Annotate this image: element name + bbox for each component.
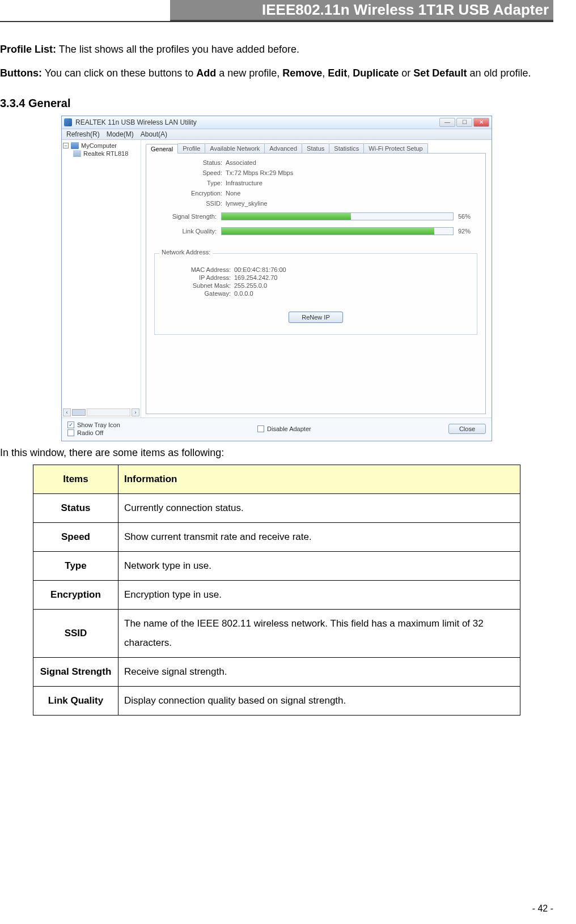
- close-button[interactable]: Close: [448, 424, 486, 434]
- radio-off-checkbox[interactable]: Radio Off: [67, 429, 120, 436]
- renew-ip-button[interactable]: ReNew IP: [289, 312, 343, 323]
- type-value: Infrastructure: [226, 180, 262, 186]
- signal-strength-bar: [221, 212, 454, 220]
- scroll-thumb[interactable]: [72, 409, 86, 416]
- buttons-add: Add: [196, 67, 216, 79]
- scroll-right-icon[interactable]: ›: [132, 408, 139, 416]
- right-pane: General Profile Available Network Advanc…: [141, 140, 492, 418]
- subnet-value: 255.255.0.0: [234, 282, 267, 289]
- tab-wps[interactable]: Wi-Fi Protect Setup: [363, 143, 427, 153]
- buttons-duplicate: Duplicate: [353, 67, 399, 79]
- speed-label: Speed:: [154, 169, 222, 176]
- speed-value: Tx:72 Mbps Rx:29 Mbps: [226, 169, 293, 176]
- link-quality-pct: 92%: [458, 228, 477, 235]
- show-tray-checkbox[interactable]: ✓ Show Tray Icon: [67, 421, 120, 428]
- table-head-items: Items: [33, 465, 118, 494]
- checkbox-checked-icon: ✓: [67, 421, 74, 428]
- encryption-label: Encryption:: [154, 190, 222, 197]
- tab-strip: General Profile Available Network Advanc…: [146, 143, 486, 154]
- item-encryption: Encryption: [33, 581, 118, 610]
- computer-icon: [71, 142, 79, 149]
- table-row: Status Currently connection status.: [33, 494, 520, 523]
- buttons-mid1: a new profile,: [216, 67, 282, 79]
- table-row: Signal Strength Receive signal strength.: [33, 658, 520, 687]
- profile-list-label: Profile List:: [0, 44, 56, 55]
- scroll-left-icon[interactable]: ‹: [63, 408, 71, 416]
- close-window-button[interactable]: ✕: [473, 118, 489, 127]
- radio-off-label: Radio Off: [77, 429, 103, 436]
- item-link-quality: Link Quality: [33, 687, 118, 716]
- mac-label: MAC Address:: [163, 266, 231, 273]
- table-row: Encryption Encryption type in use.: [33, 581, 520, 610]
- menu-refresh[interactable]: Refresh(R): [66, 130, 100, 138]
- items-info-table: Items Information Status Currently conne…: [33, 465, 520, 716]
- scroll-track[interactable]: [87, 408, 130, 416]
- info-signal-strength: Receive signal strength.: [118, 658, 520, 687]
- buttons-label: Buttons:: [0, 67, 42, 79]
- buttons-mid2: or: [399, 67, 413, 79]
- tree-root[interactable]: – MyComputer: [63, 142, 139, 149]
- maximize-button[interactable]: ☐: [456, 118, 472, 127]
- table-row: Link Quality Display connection quality …: [33, 687, 520, 716]
- tab-profile[interactable]: Profile: [177, 143, 205, 153]
- link-quality-label: Link Quality:: [154, 228, 217, 235]
- gateway-value: 0.0.0.0: [234, 290, 253, 297]
- tab-status[interactable]: Status: [302, 143, 329, 153]
- buttons-remove: Remove: [282, 67, 322, 79]
- checkbox-unchecked-icon: [67, 429, 74, 436]
- section-heading-general: 3.3.4 General: [0, 97, 553, 110]
- status-label: Status:: [154, 159, 222, 166]
- sep1: ,: [322, 67, 328, 79]
- table-row: Speed Show current transmit rate and rec…: [33, 523, 520, 552]
- table-row: SSID The name of the IEEE 802.11 wireles…: [33, 610, 520, 658]
- table-head-info: Information: [118, 465, 520, 494]
- sep2: ,: [347, 67, 353, 79]
- item-type: Type: [33, 552, 118, 581]
- buttons-edit: Edit: [328, 67, 347, 79]
- tree-root-label: MyComputer: [81, 142, 117, 149]
- app-window: REALTEK 11n USB Wireless LAN Utility — ☐…: [61, 116, 492, 441]
- ssid-value: lynwey_skyline: [226, 200, 267, 207]
- ssid-label: SSID:: [154, 200, 222, 207]
- signal-strength-fill: [222, 213, 351, 220]
- show-tray-label: Show Tray Icon: [77, 421, 120, 428]
- item-speed: Speed: [33, 523, 118, 552]
- below-text: In this window, there are some items as …: [0, 447, 553, 459]
- ip-label: IP Address:: [163, 274, 231, 281]
- link-quality-bar: [221, 227, 454, 235]
- buttons-end: an old profile.: [467, 67, 531, 79]
- minimize-button[interactable]: —: [439, 118, 455, 127]
- tab-general[interactable]: General: [146, 144, 178, 154]
- adapter-icon: [73, 150, 81, 157]
- item-status: Status: [33, 494, 118, 523]
- item-ssid: SSID: [33, 610, 118, 658]
- buttons-pre: You can click on these buttons to: [42, 67, 196, 79]
- menu-bar: Refresh(R) Mode(M) About(A): [62, 129, 492, 140]
- page-number: - 42 -: [532, 904, 553, 914]
- type-label: Type:: [154, 180, 222, 186]
- status-value: Associated: [226, 159, 256, 166]
- device-tree-pane: – MyComputer Realtek RTL818 ‹ ›: [62, 140, 141, 418]
- ip-value: 169.254.242.70: [234, 274, 277, 281]
- tab-advanced[interactable]: Advanced: [264, 143, 302, 153]
- tree-hscrollbar[interactable]: ‹ ›: [63, 408, 139, 416]
- network-address-legend: Network Address:: [159, 249, 213, 256]
- info-encryption: Encryption type in use.: [118, 581, 520, 610]
- menu-about[interactable]: About(A): [141, 130, 167, 138]
- tree-adapter[interactable]: Realtek RTL818: [73, 150, 139, 157]
- table-row: Type Network type in use.: [33, 552, 520, 581]
- tab-available-network[interactable]: Available Network: [205, 143, 265, 153]
- window-controls: — ☐ ✕: [439, 118, 489, 127]
- info-type: Network type in use.: [118, 552, 520, 581]
- item-signal-strength: Signal Strength: [33, 658, 118, 687]
- tab-statistics[interactable]: Statistics: [329, 143, 364, 153]
- info-speed: Show current transmit rate and receive r…: [118, 523, 520, 552]
- tree-collapse-icon[interactable]: –: [63, 143, 69, 148]
- menu-mode[interactable]: Mode(M): [107, 130, 134, 138]
- header-rule: [0, 21, 553, 22]
- checkbox-unchecked-icon: [257, 425, 264, 432]
- disable-adapter-checkbox[interactable]: Disable Adapter: [257, 425, 311, 432]
- window-titlebar: REALTEK 11n USB Wireless LAN Utility — ☐…: [62, 116, 492, 129]
- disable-adapter-label: Disable Adapter: [267, 425, 311, 432]
- subnet-label: Subnet Mask:: [163, 282, 231, 289]
